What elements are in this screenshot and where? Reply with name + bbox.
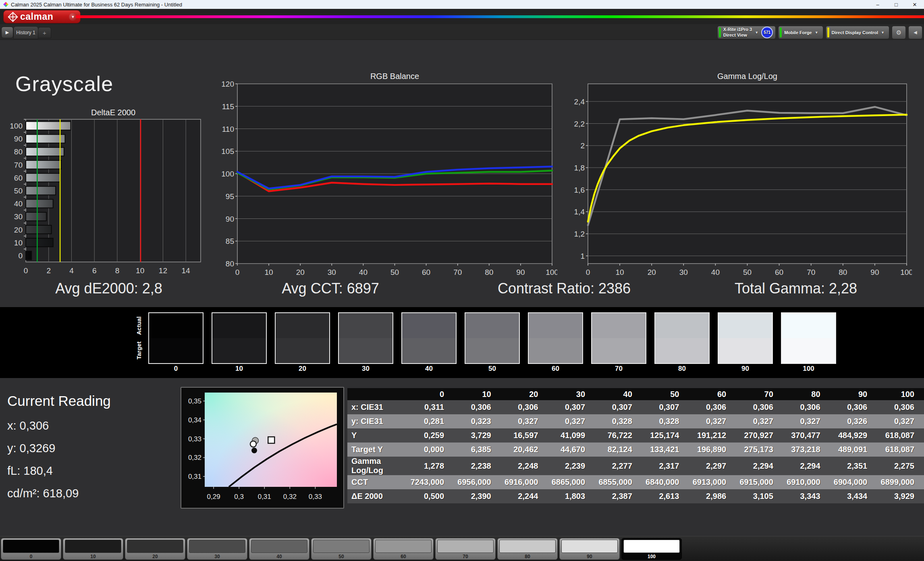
svg-text:2,2: 2,2 [574,120,585,128]
table-cell: 484,929 [830,428,877,443]
table-cell: 6915,000 [736,475,783,489]
table-cell: 2,387 [595,489,642,503]
svg-text:100: 100 [221,170,234,178]
pattern-level-label: 100 [648,554,656,559]
table-cell: 6913,000 [689,475,736,489]
display-control-button[interactable]: Direct Display Control ▼ [826,26,889,39]
svg-text:95: 95 [226,192,234,201]
svg-text:70: 70 [807,268,815,276]
pattern-button-40[interactable]: 40 [249,538,309,560]
table-column-header: 0 [407,388,454,400]
current-reading-cdm2: cd/m²: 618,09 [7,487,79,500]
pattern-button-80[interactable]: 80 [497,538,558,560]
grayscale-swatch-70 [591,312,646,364]
pattern-swatch [189,540,245,553]
chevron-down-icon: ▼ [755,31,758,35]
table-cell: 0,306 [501,400,548,414]
table-cell: 2,244 [501,489,548,503]
table-cell: 6840,000 [642,475,689,489]
svg-text:2: 2 [46,266,51,275]
table-cell: 6899,000 [877,475,924,489]
tab-bar: ▶ History 1 + X-Rite i1Pro 3 Direct View… [0,24,924,40]
pattern-button-50[interactable]: 50 [311,538,372,560]
calman-menu-button[interactable]: calman ▼ [3,10,81,23]
pattern-button-0[interactable]: 0 [1,538,61,560]
pattern-button-20[interactable]: 20 [125,538,185,560]
svg-text:1,2: 1,2 [574,230,585,238]
svg-text:60: 60 [422,268,430,276]
actual-swatch [529,313,582,338]
cie-chromaticity-chart: 0,350,340,330,320,310,290,30,310,320,33 [181,388,342,506]
table-row: CCT7243,0006956,0006916,0006865,0006855,… [347,475,924,489]
target-swatch [149,338,203,363]
svg-text:0,32: 0,32 [188,454,201,461]
target-swatch [465,338,519,363]
table-row-label: CCT [347,475,407,489]
table-cell: 0,306 [783,400,830,414]
svg-text:1,4: 1,4 [574,208,585,216]
history-expand-button[interactable]: ▶ [1,27,13,38]
table-cell: 6855,000 [595,475,642,489]
swatch-level-label: 40 [401,365,457,373]
svg-text:10: 10 [265,268,273,276]
pattern-button-90[interactable]: 90 [559,538,620,560]
spectrum-strip [76,15,924,18]
svg-text:85: 85 [226,237,234,245]
pattern-button-60[interactable]: 60 [373,538,434,560]
actual-swatch [655,313,709,338]
chevron-down-icon: ▼ [881,31,885,35]
display-status-indicator [827,27,829,37]
table-row-label: Gamma Log/Log [347,457,407,475]
svg-text:80: 80 [485,268,493,276]
close-button[interactable]: ✕ [905,0,924,9]
add-tab-button[interactable]: + [38,27,51,38]
source-select-button[interactable]: Mobile Forge ▼ [778,26,823,39]
grayscale-swatch-50 [465,312,520,364]
svg-text:70: 70 [14,161,23,169]
tab-history-1[interactable]: History 1 [13,26,38,39]
svg-text:110: 110 [222,125,234,133]
svg-text:14: 14 [182,266,191,275]
svg-text:20: 20 [648,268,656,276]
pattern-button-10[interactable]: 10 [63,538,123,560]
stat-avg-de2000: Avg dE2000: 2,8 [55,280,162,297]
collapse-panel-button[interactable]: ◀ [908,26,922,39]
table-column-header: 30 [548,388,595,400]
svg-text:0,33: 0,33 [309,493,322,501]
table-cell: 16,597 [501,428,548,443]
svg-text:80: 80 [14,148,23,156]
svg-text:100: 100 [546,268,557,276]
pattern-button-100[interactable]: 100 [621,538,682,560]
calman-app-icon [3,2,8,7]
swatch-level-label: 70 [591,365,646,373]
table-cell: 0,326 [830,414,877,428]
swatch-level-label: 50 [465,365,520,373]
svg-text:1: 1 [580,252,585,260]
pattern-button-30[interactable]: 30 [187,538,247,560]
page-title: Grayscale [15,72,113,96]
swatch-level-label: 10 [212,365,267,373]
actual-swatch [592,313,646,338]
pattern-button-70[interactable]: 70 [435,538,496,560]
svg-text:70: 70 [453,268,462,276]
table-row-label: Target Y [347,443,407,457]
swatch-level-label: 20 [275,365,330,373]
svg-text:80: 80 [839,268,847,276]
table-cell: 191,212 [689,428,736,443]
chevron-left-icon: ◀ [914,30,917,35]
grayscale-swatch-10 [212,312,267,364]
svg-text:2: 2 [580,141,585,150]
current-reading-x: x: 0,306 [7,419,49,432]
svg-text:115: 115 [222,102,234,111]
settings-button[interactable]: ⚙ [892,26,906,39]
maximize-button[interactable]: □ [887,0,905,9]
minimize-button[interactable]: – [868,0,887,9]
current-reading-y: y: 0,3269 [7,442,55,455]
window-titlebar: Calman 2025 Calman Ultimate for Business… [0,0,924,9]
target-swatch [276,338,329,363]
svg-text:40: 40 [711,268,720,276]
table-cell: 41,099 [548,428,595,443]
svg-text:0: 0 [586,268,590,276]
grayscale-swatch-90 [718,312,773,364]
meter-select-button[interactable]: X-Rite i1Pro 3 Direct View ▼ 571 [717,26,776,39]
